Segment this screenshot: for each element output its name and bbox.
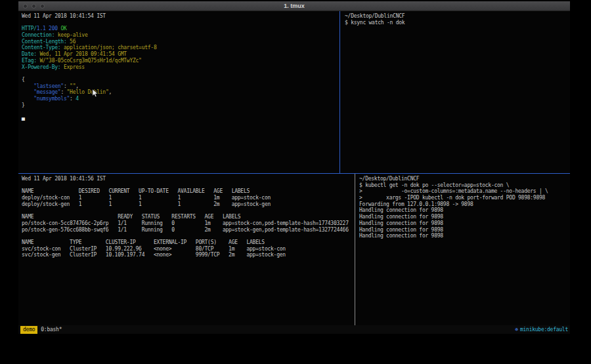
terminal-text: NAME DESIRED CURRENT UP-TO-DATE AVAILABL… xyxy=(22,188,250,194)
terminal-text: ~/Desktop/DublinCNCF xyxy=(359,176,419,182)
terminal-line: X-Powered-By: Express xyxy=(22,64,343,71)
terminal-line xyxy=(22,108,343,115)
window-tab[interactable]: 0:bash* xyxy=(41,327,62,333)
terminal-text: po/stock-gen-576cc688bb-swqf6 1/1 Runnin… xyxy=(22,227,349,233)
terminal-text: svc/stock-gen ClusterIP 10.109.197.74 <n… xyxy=(22,252,286,258)
terminal-text: "lastseen" xyxy=(33,83,64,89)
terminal-line: deploy/stock-gen 1 1 1 1 2m app=stock-ge… xyxy=(22,201,357,208)
terminal-line: Handling connection for 9898 xyxy=(359,214,570,220)
terminal-text xyxy=(22,89,33,95)
terminal-line: $ kubectl get -n dok po --selector=app=s… xyxy=(359,182,570,189)
terminal-line: > -o=custom-columns=:metadata.name --no-… xyxy=(359,188,570,195)
terminal-line: po/stock-gen-576cc688bb-swqf6 1/1 Runnin… xyxy=(22,227,357,233)
terminal-text: Wed, 11 Apr 2018 09:41:54 GMT xyxy=(37,51,127,57)
terminal-line: ETag: W/"38-05coCsrg3mQ75sHr1d/qcMTwYZc" xyxy=(22,58,343,64)
terminal-line: ~/Desktop/DublinCNCF xyxy=(359,176,570,182)
terminal-text: 1.1 200 xyxy=(37,26,58,31)
terminal-line: HTTP/1.1 200 OK xyxy=(22,26,343,32)
tmux-terminal: Wed 11 Apr 2018 10:41:54 ISTHTTP/1.1 200… xyxy=(18,11,570,325)
pane-port-forward[interactable]: ~/Desktop/DublinCNCF$ kubectl get -n dok… xyxy=(356,174,570,325)
terminal-text: > xargs -IPOD kubectl -n dok port-forwar… xyxy=(359,195,545,201)
terminal-line: "lastseen": "", xyxy=(22,83,343,90)
terminal-line: Wed 11 Apr 2018 10:41:56 IST xyxy=(22,176,357,182)
terminal-line xyxy=(22,233,357,239)
terminal-line: NAME DESIRED CURRENT UP-TO-DATE AVAILABL… xyxy=(22,188,357,195)
terminal-line xyxy=(22,70,343,77)
terminal-text: Connection: xyxy=(22,32,55,38)
terminal-text: Content-Type: xyxy=(22,45,60,51)
session-badge: demo xyxy=(20,326,37,334)
pane-divider-horizontal[interactable] xyxy=(18,173,570,174)
terminal-text: Handling connection for 9898 xyxy=(359,220,443,226)
terminal-text: deploy/stock-gen 1 1 1 1 2m app=stock-ge… xyxy=(22,201,271,207)
terminal-text xyxy=(22,96,33,102)
window-titlebar[interactable]: 1. tmux xyxy=(18,1,570,11)
terminal-line: deploy/stock-con 1 1 1 1 1m app=stock-co… xyxy=(22,195,357,201)
terminal-line: Forwarding from 127.0.0.1:9898 -> 9898 xyxy=(359,201,570,208)
terminal-text: $ kubectl get -n dok po --selector=app=s… xyxy=(359,182,509,188)
terminal-text: po/stock-con-5cc874766c-2p6rp 1/1 Runnin… xyxy=(22,220,349,226)
terminal-text: Handling connection for 9898 xyxy=(359,227,443,233)
terminal-line: NAME TYPE CLUSTER-IP EXTERNAL-IP PORT(S)… xyxy=(22,239,357,246)
pane-divider-vertical-bottom[interactable] xyxy=(355,174,355,325)
terminal-line: Connection: keep-alive xyxy=(22,32,343,39)
terminal-line: { xyxy=(22,77,343,83)
terminal-text: ~/Desktop/DublinCNCF xyxy=(345,13,405,19)
terminal-text: : xyxy=(64,83,70,89)
terminal-text: "Hello Dublin" xyxy=(67,89,109,95)
terminal-line: ▄ xyxy=(22,115,343,121)
terminal-line: $ ksync watch -n dok xyxy=(345,20,570,26)
terminal-text: ▄ xyxy=(22,115,25,121)
terminal-text: 4 xyxy=(76,96,79,102)
terminal-text: ETag: xyxy=(22,58,37,64)
mouse-pointer-icon xyxy=(92,89,98,98)
terminal-text: { xyxy=(22,77,25,83)
terminal-text: NAME READY STATUS RESTARTS AGE LABELS xyxy=(22,214,240,220)
pane-kubectl-get[interactable]: Wed 11 Apr 2018 10:41:56 ISTNAME DESIRED… xyxy=(18,174,357,325)
terminal-text: svc/stock-con ClusterIP 10.99.222.96 <no… xyxy=(22,246,286,252)
terminal-text: , xyxy=(76,83,79,89)
terminal-text: Forwarding from 127.0.0.1:9898 -> 9898 xyxy=(359,201,473,207)
terminal-line: } xyxy=(22,102,343,109)
terminal-line: Handling connection for 9898 xyxy=(359,207,570,214)
terminal-window: 1. tmux Wed 11 Apr 2018 10:41:54 ISTHTTP… xyxy=(18,1,570,334)
terminal-line: "message": "Hello Dublin", xyxy=(22,89,343,96)
kubernetes-icon: ☸ xyxy=(515,327,518,333)
terminal-text: Wed 11 Apr 2018 10:41:54 IST xyxy=(22,13,106,19)
kube-context-label: minikube:default xyxy=(520,327,568,333)
terminal-line: Date: Wed, 11 Apr 2018 09:41:54 GMT xyxy=(22,51,343,58)
terminal-line: svc/stock-gen ClusterIP 10.109.197.74 <n… xyxy=(22,252,357,258)
terminal-text: X-Powered-By: xyxy=(22,64,60,70)
terminal-text: "message" xyxy=(33,89,60,95)
terminal-text: NAME TYPE CLUSTER-IP EXTERNAL-IP PORT(S)… xyxy=(22,239,265,245)
pane-http-response[interactable]: Wed 11 Apr 2018 10:41:54 ISTHTTP/1.1 200… xyxy=(18,11,343,174)
terminal-text: keep-alive xyxy=(55,32,87,38)
terminal-line xyxy=(22,207,357,214)
terminal-line xyxy=(22,20,343,26)
terminal-line: svc/stock-con ClusterIP 10.99.222.96 <no… xyxy=(22,246,357,253)
terminal-line: "numsymbols": 4 xyxy=(22,96,343,102)
terminal-text: application/json; charset=utf-8 xyxy=(60,45,156,51)
terminal-text: deploy/stock-con 1 1 1 1 1m app=stock-co… xyxy=(22,195,271,201)
terminal-text xyxy=(22,83,33,89)
terminal-text: HTTP/ xyxy=(22,26,37,31)
terminal-line: po/stock-con-5cc874766c-2p6rp 1/1 Runnin… xyxy=(22,220,357,227)
terminal-text: Wed 11 Apr 2018 10:41:56 IST xyxy=(22,176,106,182)
pane-ksync-watch[interactable]: ~/Desktop/DublinCNCF$ ksync watch -n dok xyxy=(341,11,570,174)
pane-divider-vertical-top[interactable] xyxy=(339,11,340,173)
terminal-text: Handling connection for 9898 xyxy=(359,214,443,220)
tmux-status-bar: demo 0:bash* ☸ minikube:default xyxy=(18,325,570,334)
terminal-text: "numsymbols" xyxy=(33,96,70,102)
terminal-line: Content-Length: 56 xyxy=(22,39,343,45)
terminal-text: Date: xyxy=(22,51,37,57)
terminal-line: > xargs -IPOD kubectl -n dok port-forwar… xyxy=(359,195,570,201)
terminal-text: > -o=custom-columns=:metadata.name --no-… xyxy=(359,188,548,194)
terminal-text: OK xyxy=(58,26,67,31)
terminal-text: : xyxy=(70,96,76,102)
terminal-text: Handling connection for 9898 xyxy=(359,207,443,213)
terminal-text: "" xyxy=(70,83,76,89)
terminal-line: Handling connection for 9898 xyxy=(359,233,570,239)
terminal-text: 56 xyxy=(67,39,76,45)
terminal-line: ~/Desktop/DublinCNCF xyxy=(345,13,570,20)
terminal-text: Express xyxy=(60,64,85,70)
